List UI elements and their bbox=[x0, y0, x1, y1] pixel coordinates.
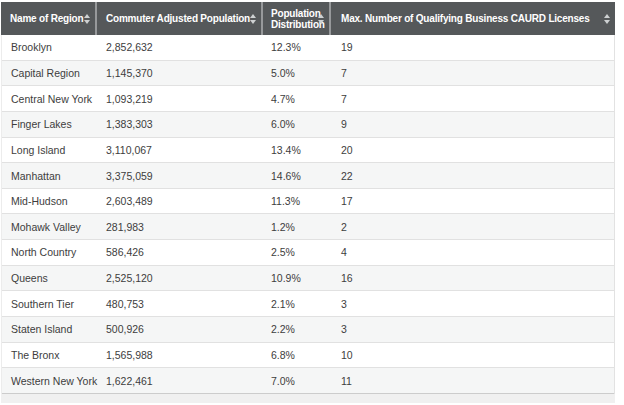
table-row: Mid-Hudson 2,603,489 11.3% 17 bbox=[2, 189, 614, 215]
distribution-cell: 7.0% bbox=[263, 375, 331, 387]
sort-both-icon[interactable] bbox=[84, 14, 90, 24]
caurd-license-table: Name of Region Commuter Adjusted Populat… bbox=[1, 2, 615, 403]
region-cell: Western New York bbox=[2, 375, 97, 387]
region-cell: Mohawk Valley bbox=[2, 221, 97, 233]
region-cell: Capital Region bbox=[2, 67, 97, 79]
region-cell: Long Island bbox=[2, 144, 97, 156]
column-header-label: Name of Region bbox=[10, 13, 83, 24]
licenses-cell: 16 bbox=[331, 272, 614, 284]
distribution-cell: 1.2% bbox=[263, 221, 331, 233]
table-row: Mohawk Valley 281,983 1.2% 2 bbox=[2, 214, 614, 240]
licenses-cell: 20 bbox=[331, 144, 614, 156]
table-footer-strip bbox=[1, 394, 615, 403]
population-cell: 2,603,489 bbox=[97, 195, 263, 207]
region-cell: Finger Lakes bbox=[2, 118, 97, 130]
table-row: Central New York 1,093,219 4.7% 7 bbox=[2, 86, 614, 112]
population-cell: 2,852,632 bbox=[97, 41, 263, 53]
region-cell: Brooklyn bbox=[2, 41, 97, 53]
licenses-cell: 22 bbox=[331, 170, 614, 182]
region-cell: Southern Tier bbox=[2, 298, 97, 310]
distribution-cell: 14.6% bbox=[263, 170, 331, 182]
table-row: Finger Lakes 1,383,303 6.0% 9 bbox=[2, 112, 614, 138]
licenses-cell: 2 bbox=[331, 221, 614, 233]
column-header-label: Max. Number of Qualifying Business CAURD… bbox=[341, 13, 590, 24]
population-cell: 500,926 bbox=[97, 323, 263, 335]
region-cell: Central New York bbox=[2, 93, 97, 105]
table-row: Long Island 3,110,067 13.4% 20 bbox=[2, 138, 614, 164]
population-cell: 1,383,303 bbox=[97, 118, 263, 130]
column-header-licenses[interactable]: Max. Number of Qualifying Business CAURD… bbox=[331, 2, 615, 35]
distribution-cell: 10.9% bbox=[263, 272, 331, 284]
column-header-region[interactable]: Name of Region bbox=[1, 2, 97, 35]
column-header-label: Commuter Adjusted Population bbox=[106, 13, 250, 24]
table-header: Name of Region Commuter Adjusted Populat… bbox=[1, 2, 615, 35]
region-cell: Queens bbox=[2, 272, 97, 284]
licenses-cell: 4 bbox=[331, 246, 614, 258]
population-cell: 480,753 bbox=[97, 298, 263, 310]
table-row: Manhattan 3,375,059 14.6% 22 bbox=[2, 163, 614, 189]
population-cell: 1,093,219 bbox=[97, 93, 263, 105]
population-cell: 2,525,120 bbox=[97, 272, 263, 284]
table-row: Staten Island 500,926 2.2% 3 bbox=[2, 317, 614, 343]
population-cell: 586,426 bbox=[97, 246, 263, 258]
region-cell: Mid-Hudson bbox=[2, 195, 97, 207]
table-row: Capital Region 1,145,370 5.0% 7 bbox=[2, 61, 614, 87]
region-cell: North Country bbox=[2, 246, 97, 258]
population-cell: 3,110,067 bbox=[97, 144, 263, 156]
table-row: The Bronx 1,565,988 6.8% 10 bbox=[2, 343, 614, 369]
table-row: Queens 2,525,120 10.9% 16 bbox=[2, 266, 614, 292]
region-cell: The Bronx bbox=[2, 349, 97, 361]
distribution-cell: 11.3% bbox=[263, 195, 331, 207]
distribution-cell: 12.3% bbox=[263, 41, 331, 53]
licenses-cell: 17 bbox=[331, 195, 614, 207]
table-row: Western New York 1,622,461 7.0% 11 bbox=[2, 368, 614, 394]
distribution-cell: 2.5% bbox=[263, 246, 331, 258]
region-cell: Manhattan bbox=[2, 170, 97, 182]
licenses-cell: 9 bbox=[331, 118, 614, 130]
distribution-cell: 6.8% bbox=[263, 349, 331, 361]
population-cell: 281,983 bbox=[97, 221, 263, 233]
column-header-population[interactable]: Commuter Adjusted Population bbox=[97, 2, 263, 35]
distribution-cell: 2.2% bbox=[263, 323, 331, 335]
licenses-cell: 3 bbox=[331, 298, 614, 310]
sort-both-icon[interactable] bbox=[250, 14, 256, 24]
licenses-cell: 3 bbox=[331, 323, 614, 335]
sort-both-icon[interactable] bbox=[604, 14, 610, 24]
column-header-label: Population Distribution bbox=[271, 8, 319, 30]
distribution-cell: 4.7% bbox=[263, 93, 331, 105]
distribution-cell: 13.4% bbox=[263, 144, 331, 156]
distribution-cell: 6.0% bbox=[263, 118, 331, 130]
table-row: Brooklyn 2,852,632 12.3% 19 bbox=[2, 35, 614, 61]
population-cell: 1,565,988 bbox=[97, 349, 263, 361]
licenses-cell: 11 bbox=[331, 375, 614, 387]
table-body: Brooklyn 2,852,632 12.3% 19 Capital Regi… bbox=[1, 35, 615, 394]
licenses-cell: 7 bbox=[331, 93, 614, 105]
licenses-cell: 7 bbox=[331, 67, 614, 79]
sort-both-icon[interactable] bbox=[318, 14, 324, 24]
table-row: North Country 586,426 2.5% 4 bbox=[2, 240, 614, 266]
licenses-cell: 19 bbox=[331, 41, 614, 53]
table-row: Southern Tier 480,753 2.1% 3 bbox=[2, 291, 614, 317]
region-cell: Staten Island bbox=[2, 323, 97, 335]
population-cell: 1,145,370 bbox=[97, 67, 263, 79]
licenses-cell: 10 bbox=[331, 349, 614, 361]
column-header-distribution[interactable]: Population Distribution bbox=[263, 2, 331, 35]
population-cell: 1,622,461 bbox=[97, 375, 263, 387]
distribution-cell: 2.1% bbox=[263, 298, 331, 310]
distribution-cell: 5.0% bbox=[263, 67, 331, 79]
population-cell: 3,375,059 bbox=[97, 170, 263, 182]
